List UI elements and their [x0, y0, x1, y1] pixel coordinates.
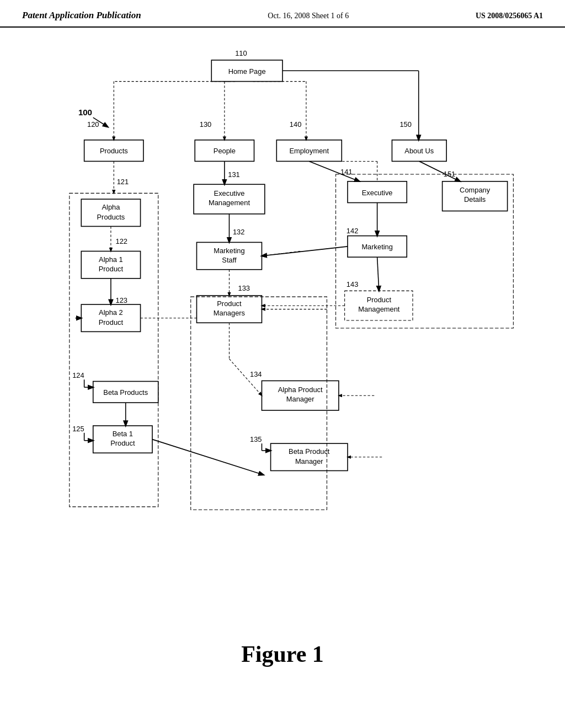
svg-text:Alpha 1: Alpha 1 — [99, 255, 123, 264]
svg-text:Alpha: Alpha — [102, 203, 120, 211]
svg-text:Employment: Employment — [290, 147, 329, 155]
svg-text:Staff: Staff — [222, 256, 237, 264]
svg-text:Alpha Product: Alpha Product — [278, 386, 323, 394]
svg-text:132: 132 — [233, 228, 244, 236]
svg-text:Manager: Manager — [286, 395, 315, 403]
svg-text:Products: Products — [97, 213, 125, 221]
svg-text:Details: Details — [464, 195, 486, 204]
svg-text:Managers: Managers — [214, 309, 245, 317]
svg-text:Beta 1: Beta 1 — [113, 430, 133, 438]
svg-line-54 — [152, 440, 264, 475]
svg-text:135: 135 — [250, 435, 262, 443]
diagram-area: 100 Home Page 110 120 130 140 150 Produc… — [0, 28, 565, 678]
svg-text:120: 120 — [87, 120, 99, 129]
svg-text:130: 130 — [200, 120, 211, 129]
svg-text:People: People — [214, 147, 236, 155]
svg-text:150: 150 — [399, 120, 411, 129]
svg-rect-27 — [70, 193, 158, 507]
svg-text:143: 143 — [347, 280, 358, 288]
svg-text:Marketing: Marketing — [214, 247, 244, 255]
svg-text:124: 124 — [72, 371, 84, 379]
svg-text:Beta Product: Beta Product — [289, 447, 330, 456]
svg-text:Executive: Executive — [214, 189, 245, 197]
svg-text:131: 131 — [228, 170, 239, 179]
svg-text:Beta Products: Beta Products — [103, 388, 148, 397]
svg-text:134: 134 — [250, 370, 262, 378]
svg-text:Executive: Executive — [362, 189, 393, 197]
figure-label: Figure 1 — [241, 641, 324, 667]
svg-text:Product: Product — [217, 299, 242, 308]
svg-text:123: 123 — [115, 296, 127, 304]
svg-text:Alpha 2: Alpha 2 — [99, 308, 123, 317]
svg-text:110: 110 — [235, 49, 247, 57]
svg-text:Product: Product — [99, 318, 124, 326]
svg-line-97 — [262, 247, 348, 256]
svg-text:140: 140 — [290, 120, 301, 129]
svg-text:Manager: Manager — [295, 457, 323, 465]
svg-text:133: 133 — [238, 284, 250, 292]
svg-text:100: 100 — [78, 108, 92, 117]
svg-text:122: 122 — [115, 237, 127, 245]
svg-text:Marketing: Marketing — [361, 243, 392, 251]
svg-text:142: 142 — [347, 227, 358, 235]
svg-text:Home Page: Home Page — [228, 67, 266, 76]
page-header: Patent Application Publication Oct. 16, … — [0, 0, 565, 28]
svg-rect-66 — [191, 297, 327, 510]
diagram-svg: 100 Home Page 110 120 130 140 150 Produc… — [0, 28, 565, 678]
svg-text:Product: Product — [99, 265, 124, 273]
svg-text:141: 141 — [340, 168, 352, 176]
svg-text:Company: Company — [460, 186, 491, 194]
header-publication-type: Patent Application Publication — [22, 10, 141, 21]
svg-text:Management: Management — [358, 305, 399, 313]
svg-text:121: 121 — [117, 178, 129, 186]
svg-line-102 — [377, 257, 379, 291]
svg-text:Products: Products — [100, 147, 128, 155]
header-date-sheet: Oct. 16, 2008 Sheet 1 of 6 — [268, 12, 349, 20]
svg-text:125: 125 — [72, 425, 84, 433]
svg-text:Product: Product — [367, 296, 392, 304]
svg-text:About Us: About Us — [404, 147, 434, 155]
header-patent-number: US 2008/0256065 A1 — [476, 12, 543, 20]
svg-text:Management: Management — [209, 199, 250, 207]
svg-text:Product: Product — [110, 439, 135, 447]
